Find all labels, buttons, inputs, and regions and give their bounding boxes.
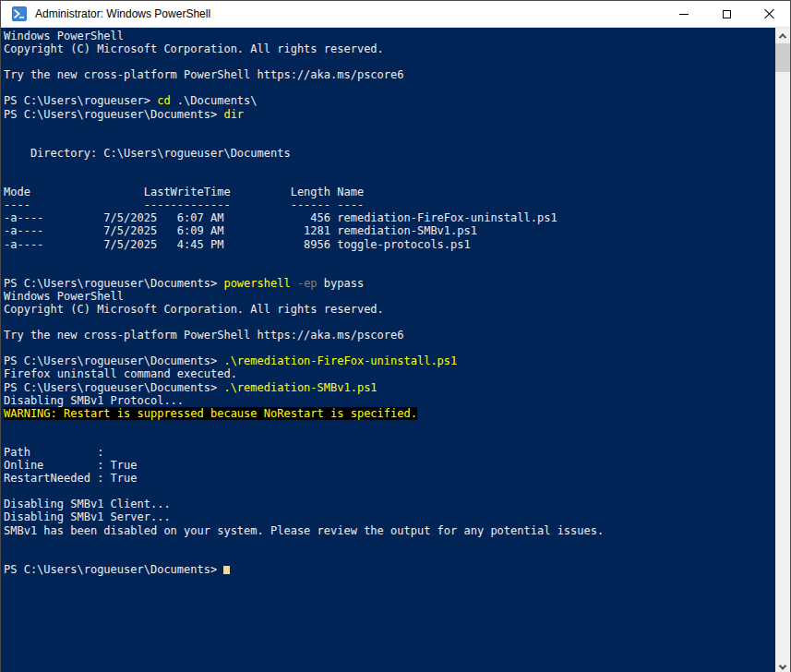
terminal-text: .\remediation-SMBv1.ps1 xyxy=(223,381,377,394)
terminal-text: Try the new cross-platform PowerShell ht… xyxy=(4,329,403,342)
close-icon xyxy=(763,8,774,19)
terminal-line: -a---- 7/5/2025 6:09 AM 1281 remediation… xyxy=(4,224,775,237)
terminal-line: Copyright (C) Microsoft Corporation. All… xyxy=(4,303,775,316)
scroll-thumb[interactable] xyxy=(775,43,790,72)
terminal-text: PS C:\Users\rogueuser\Documents> xyxy=(4,381,223,394)
terminal-text: Windows PowerShell xyxy=(4,30,124,42)
terminal-line: -a---- 7/5/2025 6:07 AM 456 remediation-… xyxy=(4,211,775,224)
terminal-line: Firefox uninstall command executed. xyxy=(4,367,775,380)
scroll-down-button[interactable] xyxy=(775,656,790,672)
terminal-text: Windows PowerShell xyxy=(4,290,124,303)
terminal[interactable]: Windows PowerShellCopyright (C) Microsof… xyxy=(1,28,775,672)
terminal-text: SMBv1 has been disabled on your system. … xyxy=(4,524,604,537)
terminal-line: PS C:\Users\rogueuser\Documents> powersh… xyxy=(4,277,775,290)
terminal-line xyxy=(4,81,775,94)
terminal-line xyxy=(4,160,775,173)
terminal-line xyxy=(4,485,775,498)
chevron-down-icon xyxy=(779,662,786,669)
terminal-line: ---- ------------- ------ ---- xyxy=(4,198,775,211)
terminal-line: Path : xyxy=(4,446,775,459)
terminal-text: PS C:\Users\rogueuser\Documents> xyxy=(4,108,223,121)
terminal-line: PS C:\Users\rogueuser\Documents> xyxy=(4,563,775,576)
terminal-line: Try the new cross-platform PowerShell ht… xyxy=(4,329,775,342)
terminal-text: Copyright (C) Microsoft Corporation. All… xyxy=(4,303,384,316)
terminal-line: -a---- 7/5/2025 4:45 PM 8956 toggle-prot… xyxy=(4,238,775,251)
terminal-line: Disabling SMBv1 Server... xyxy=(4,510,775,523)
terminal-line xyxy=(4,316,775,329)
maximize-icon xyxy=(723,10,731,18)
terminal-text: ---- ------------- ------ ---- xyxy=(4,198,364,211)
terminal-line: Windows PowerShell xyxy=(4,290,775,303)
terminal-line: PS C:\Users\rogueuser> cd .\Documents\ xyxy=(4,94,775,107)
minimize-icon xyxy=(679,14,689,15)
terminal-line: Mode LastWriteTime Length Name xyxy=(4,186,775,198)
terminal-text: -a---- 7/5/2025 6:07 AM 456 remediation-… xyxy=(4,211,557,224)
terminal-text: PS C:\Users\rogueuser\Documents> xyxy=(4,563,223,576)
terminal-line: PS C:\Users\rogueuser\Documents> .\remed… xyxy=(4,354,775,367)
terminal-text: Disabling SMBv1 Client... xyxy=(4,498,171,510)
terminal-line: Try the new cross-platform PowerShell ht… xyxy=(4,68,775,81)
terminal-text: bypass xyxy=(318,277,365,290)
terminal-line xyxy=(4,173,775,186)
terminal-line: Directory: C:\Users\rogueuser\Documents xyxy=(4,147,775,160)
maximize-button[interactable] xyxy=(705,1,748,27)
minimize-button[interactable] xyxy=(663,1,705,27)
terminal-line: Disabling SMBv1 Protocol... xyxy=(4,394,775,407)
terminal-line: SMBv1 has been disabled on your system. … xyxy=(4,524,775,537)
terminal-output: Windows PowerShellCopyright (C) Microsof… xyxy=(4,30,775,576)
terminal-text: RestartNeeded : True xyxy=(4,472,138,485)
terminal-line xyxy=(4,121,775,134)
scrollbar[interactable] xyxy=(775,28,790,672)
terminal-text: dir xyxy=(223,108,244,121)
terminal-line xyxy=(4,264,775,277)
title-bar[interactable]: Administrator: Windows PowerShell xyxy=(1,1,790,28)
terminal-text: Mode LastWriteTime Length Name xyxy=(4,186,364,198)
terminal-text: Disabling SMBv1 Protocol... xyxy=(4,394,184,407)
terminal-text xyxy=(291,277,297,290)
terminal-line xyxy=(4,342,775,354)
terminal-text: PS C:\Users\rogueuser> xyxy=(4,94,157,107)
terminal-text: .\Documents\ xyxy=(171,94,258,107)
powershell-window: Administrator: Windows PowerShell Window… xyxy=(0,0,791,672)
terminal-text: Directory: C:\Users\rogueuser\Documents xyxy=(4,147,291,160)
terminal-line: Copyright (C) Microsoft Corporation. All… xyxy=(4,42,775,55)
terminal-line xyxy=(4,55,775,68)
terminal-line xyxy=(4,420,775,433)
terminal-text: WARNING: Restart is suppressed because N… xyxy=(4,407,417,420)
terminal-text: PS C:\Users\rogueuser\Documents> xyxy=(4,277,223,290)
terminal-text: -a---- 7/5/2025 4:45 PM 8956 toggle-prot… xyxy=(4,238,471,251)
terminal-text: cd xyxy=(157,94,170,107)
terminal-line: RestartNeeded : True xyxy=(4,472,775,485)
terminal-line: PS C:\Users\rogueuser\Documents> .\remed… xyxy=(4,381,775,394)
terminal-line xyxy=(4,251,775,264)
scroll-up-button[interactable] xyxy=(775,28,790,43)
terminal-line: Online : True xyxy=(4,459,775,472)
close-button[interactable] xyxy=(748,1,790,27)
terminal-line: Windows PowerShell xyxy=(4,30,775,42)
terminal-text: Path : xyxy=(4,446,103,459)
terminal-line: PS C:\Users\rogueuser\Documents> dir xyxy=(4,108,775,121)
terminal-line xyxy=(4,537,775,550)
window-controls xyxy=(663,1,790,27)
terminal-text: Copyright (C) Microsoft Corporation. All… xyxy=(4,42,384,55)
terminal-text: .\remediation-FireFox-uninstall.ps1 xyxy=(223,354,457,367)
terminal-line xyxy=(4,433,775,446)
terminal-line xyxy=(4,134,775,147)
window-title: Administrator: Windows PowerShell xyxy=(35,7,210,20)
chevron-up-icon xyxy=(779,33,786,41)
terminal-cursor xyxy=(223,566,230,574)
terminal-text: Disabling SMBv1 Server... xyxy=(4,510,171,523)
terminal-text: Online : True xyxy=(4,459,138,472)
terminal-line: WARNING: Restart is suppressed because N… xyxy=(4,407,775,420)
terminal-line xyxy=(4,550,775,563)
terminal-text: -ep xyxy=(297,277,318,290)
terminal-text: PS C:\Users\rogueuser\Documents> xyxy=(4,354,223,367)
powershell-icon[interactable] xyxy=(12,6,27,21)
terminal-text: powershell xyxy=(223,277,290,290)
terminal-line: Disabling SMBv1 Client... xyxy=(4,498,775,510)
terminal-text: -a---- 7/5/2025 6:09 AM 1281 remediation… xyxy=(4,224,477,237)
terminal-text: Firefox uninstall command executed. xyxy=(4,367,237,380)
terminal-text: Try the new cross-platform PowerShell ht… xyxy=(4,68,403,81)
